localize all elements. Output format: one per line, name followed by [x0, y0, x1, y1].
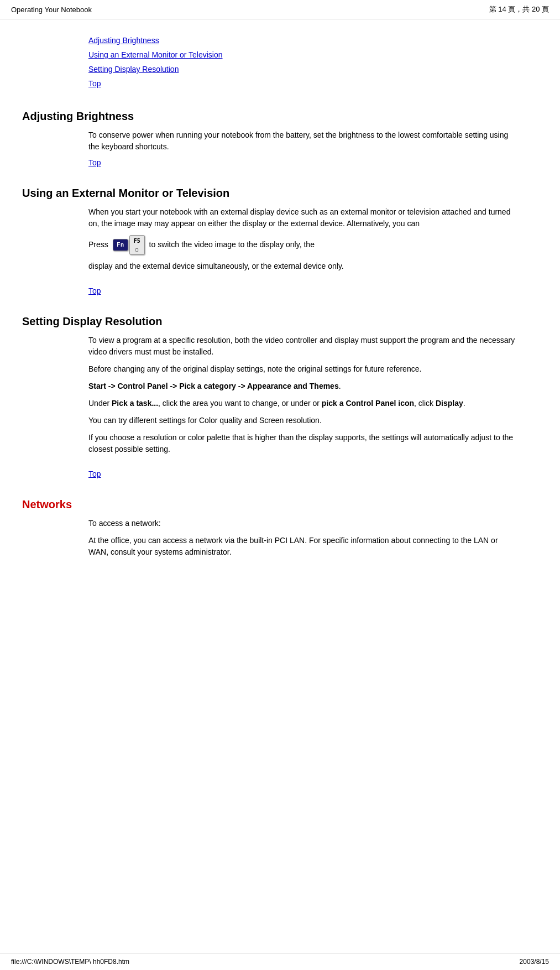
toc-link-top[interactable]: Top	[88, 79, 538, 88]
para4-bold2: pick a Control Panel icon	[322, 399, 414, 408]
body-networks: To access a network: At the office, you …	[22, 518, 538, 558]
para-press: Press Fn F5 □ to switch the video image …	[88, 235, 516, 255]
para-resolution-3: Start -> Control Panel -> Pick a categor…	[88, 380, 516, 392]
toc-links: Adjusting Brightness Using an External M…	[22, 30, 538, 99]
top-link-resolution[interactable]: Top	[88, 470, 101, 478]
body-external-monitor: When you start your notebook with an ext…	[22, 206, 538, 304]
key-combo: Fn F5 □	[113, 235, 145, 255]
para-resolution-4: Under Pick a task..., click the area you…	[88, 398, 516, 409]
toc-link-display-resolution[interactable]: Setting Display Resolution	[88, 65, 538, 74]
header-page-info: 第 14 頁，共 20 頁	[489, 4, 549, 14]
toc-link-brightness[interactable]: Adjusting Brightness	[88, 36, 538, 45]
para-networks-2: At the office, you can access a network …	[88, 535, 516, 558]
f5-key: F5 □	[129, 235, 145, 255]
para4-end: .	[463, 399, 465, 408]
heading-adjusting-brightness: Adjusting Brightness	[22, 110, 538, 123]
top-link-brightness[interactable]: Top	[88, 158, 101, 167]
body-display-resolution: To view a program at a specific resoluti…	[22, 335, 538, 487]
para-resolution-3-suffix: .	[339, 382, 341, 390]
para-external-1: When you start your notebook with an ext…	[88, 206, 516, 230]
top-link-external[interactable]: Top	[88, 286, 101, 295]
section-adjusting-brightness: Adjusting Brightness To conserve power w…	[22, 110, 538, 176]
section-display-resolution: Setting Display Resolution To view a pro…	[22, 315, 538, 487]
header-title: Operating Your Notebook	[11, 6, 92, 14]
para-external-2: display and the external device simultan…	[88, 260, 516, 272]
para-resolution-5: You can try different settings for Color…	[88, 415, 516, 426]
page-footer: file:///C:\WINDOWS\TEMP\ hh0FD8.htm 2003…	[0, 953, 560, 970]
para-resolution-2: Before changing any of the original disp…	[88, 363, 516, 375]
main-content: Adjusting Brightness Using an External M…	[0, 19, 560, 597]
para-brightness: To conserve power when running your note…	[88, 129, 516, 153]
page-header: Operating Your Notebook 第 14 頁，共 20 頁	[0, 0, 560, 19]
fn-key: Fn	[113, 239, 128, 252]
para4-mid: , click the area you want to change, or …	[158, 399, 322, 408]
press-prefix: Press	[88, 240, 108, 249]
para-networks-1: To access a network:	[88, 518, 516, 529]
para-resolution-3-bold: Start -> Control Panel -> Pick a categor…	[88, 382, 339, 390]
para4-bold1: Pick a task...	[112, 399, 158, 408]
toc-link-external-monitor[interactable]: Using an External Monitor or Television	[88, 50, 538, 59]
press-suffix: to switch the video image to the display…	[149, 240, 315, 249]
footer-file-path: file:///C:\WINDOWS\TEMP\ hh0FD8.htm	[11, 958, 129, 966]
heading-networks: Networks	[22, 498, 538, 511]
heading-display-resolution: Setting Display Resolution	[22, 315, 538, 328]
body-adjusting-brightness: To conserve power when running your note…	[22, 129, 538, 176]
para-resolution-1: To view a program at a specific resoluti…	[88, 335, 516, 358]
footer-date: 2003/8/15	[520, 958, 549, 966]
para4-bold3: Display	[436, 399, 463, 408]
heading-external-monitor: Using an External Monitor or Television	[22, 187, 538, 200]
para4-prefix: Under	[88, 399, 112, 408]
section-external-monitor: Using an External Monitor or Television …	[22, 187, 538, 304]
para4-suffix: , click	[414, 399, 436, 408]
section-networks: Networks To access a network: At the off…	[22, 498, 538, 558]
para-resolution-6: If you choose a resolution or color pale…	[88, 432, 516, 455]
